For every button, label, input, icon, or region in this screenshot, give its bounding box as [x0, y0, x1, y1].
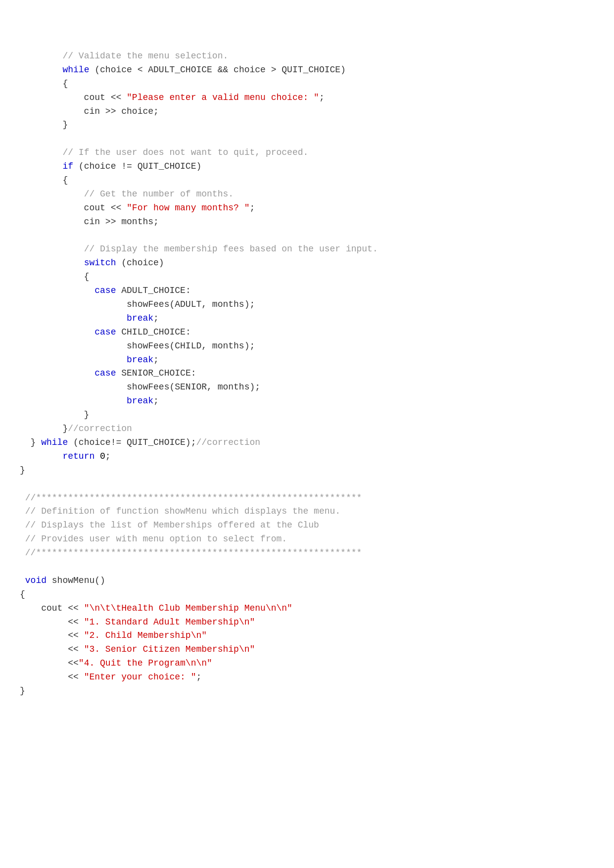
code-content: // Validate the menu selection. while (c…: [20, 49, 594, 698]
code-editor: // Validate the menu selection. while (c…: [0, 20, 614, 868]
